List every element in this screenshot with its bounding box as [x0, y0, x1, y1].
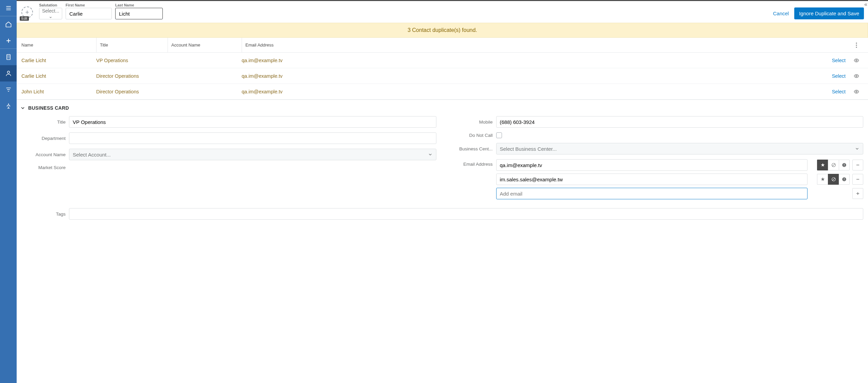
email-input-1[interactable]	[496, 159, 808, 171]
table-more-icon[interactable]	[856, 42, 857, 48]
svg-point-19	[856, 44, 857, 45]
market-score-label: Market Score	[21, 165, 66, 170]
last-name-label: Last Name	[115, 3, 163, 7]
column-name: Name	[21, 38, 96, 52]
opt-out-email-icon[interactable]	[828, 174, 839, 185]
svg-point-23	[856, 91, 857, 92]
preview-icon[interactable]	[854, 58, 859, 63]
business-center-label: Business Cent...	[449, 146, 493, 151]
business-card-section-header[interactable]: BUSINESS CARD	[17, 100, 868, 115]
chevron-down-icon	[20, 105, 25, 111]
opt-out-email-icon[interactable]	[828, 160, 839, 170]
edit-badge: Edit	[20, 16, 29, 21]
svg-rect-5	[7, 55, 10, 60]
dup-name[interactable]: Carlie Licht	[21, 73, 96, 79]
svg-line-31	[832, 178, 835, 181]
business-center-select[interactable]: Select Business Center...	[496, 143, 864, 154]
svg-point-21	[856, 60, 857, 61]
svg-point-22	[856, 75, 857, 77]
column-account: Account Name	[168, 38, 242, 52]
mobile-input[interactable]	[496, 116, 864, 128]
filter-nav[interactable]	[0, 81, 17, 98]
remove-email-icon[interactable]	[852, 174, 863, 185]
select-duplicate-link[interactable]: Select	[337, 89, 850, 94]
add-email-icon[interactable]	[852, 188, 863, 199]
title-input[interactable]	[69, 116, 436, 128]
create-button[interactable]	[0, 33, 17, 49]
dup-name[interactable]: John Licht	[21, 89, 96, 94]
avatar-edit[interactable]: Edit	[21, 6, 34, 19]
chevron-down-icon	[855, 146, 860, 151]
preview-icon[interactable]	[854, 73, 859, 79]
column-email: Email Address	[242, 38, 337, 52]
cancel-button[interactable]: Cancel	[773, 11, 789, 16]
account-name-label: Account Name	[21, 152, 66, 157]
chevron-down-icon: ⌄	[49, 14, 53, 19]
remove-email-icon[interactable]	[852, 160, 863, 170]
dup-email[interactable]: qa.im@example.tv	[242, 73, 337, 79]
duplicate-row: Carlie Licht VP Operations qa.im@example…	[17, 53, 868, 68]
duplicate-alert-banner: 3 Contact duplicate(s) found.	[17, 23, 868, 38]
menu-button[interactable]	[0, 0, 17, 16]
department-label: Department	[21, 136, 66, 141]
record-header: Edit Salutation Select... ⌄ First Name L…	[17, 0, 868, 23]
title-label: Title	[21, 120, 66, 125]
dup-title: Director Operations	[96, 73, 168, 79]
business-card-form: Title Department Account Name Select Acc…	[17, 115, 868, 226]
home-button[interactable]	[0, 16, 17, 33]
svg-rect-33	[844, 178, 844, 180]
tags-input[interactable]	[69, 208, 863, 220]
first-name-label: First Name	[66, 3, 112, 7]
svg-rect-28	[844, 166, 844, 166]
duplicates-table: Name Title Account Name Email Address Ca…	[17, 38, 868, 100]
dup-name[interactable]: Carlie Licht	[21, 58, 96, 63]
column-title: Title	[96, 38, 168, 52]
chevron-down-icon	[428, 152, 433, 157]
svg-point-12	[7, 71, 10, 73]
invalid-email-icon[interactable]	[839, 160, 850, 170]
duplicate-row: John Licht Director Operations qa.im@exa…	[17, 84, 868, 99]
svg-line-25	[832, 164, 835, 166]
contacts-nav[interactable]	[0, 65, 17, 81]
select-duplicate-link[interactable]: Select	[337, 58, 850, 63]
duplicate-row: Carlie Licht Director Operations qa.im@e…	[17, 68, 868, 84]
preview-icon[interactable]	[854, 89, 859, 94]
primary-email-icon[interactable]	[817, 174, 828, 185]
svg-point-18	[856, 42, 857, 43]
mobile-label: Mobile	[449, 120, 493, 125]
tags-label: Tags	[21, 212, 66, 217]
last-name-input[interactable]	[115, 8, 163, 19]
account-name-select[interactable]: Select Account...	[69, 149, 436, 160]
first-name-input[interactable]	[66, 8, 112, 19]
dup-title: Director Operations	[96, 89, 168, 94]
dup-title: VP Operations	[96, 58, 168, 63]
ignore-duplicate-save-button[interactable]: Ignore Duplicate and Save	[794, 7, 864, 19]
select-duplicate-link[interactable]: Select	[337, 73, 850, 79]
svg-point-20	[856, 47, 857, 48]
primary-email-icon[interactable]	[817, 160, 828, 170]
sidebar	[0, 0, 17, 383]
email-address-label: Email Address	[449, 159, 493, 167]
accounts-nav[interactable]	[0, 49, 17, 65]
salutation-label: Salutation	[39, 3, 62, 7]
add-email-input[interactable]	[496, 188, 808, 199]
svg-rect-34	[844, 180, 844, 180]
do-not-call-checkbox[interactable]	[496, 132, 502, 138]
do-not-call-label: Do Not Call	[449, 133, 493, 138]
email-input-2[interactable]	[496, 174, 808, 185]
leads-nav[interactable]	[0, 98, 17, 114]
salutation-select[interactable]: Select... ⌄	[39, 8, 62, 19]
section-title: BUSINESS CARD	[28, 105, 69, 111]
collapse-panel-icon[interactable]: «	[864, 1, 867, 7]
dup-email[interactable]: qa.im@example.tv	[242, 89, 337, 94]
invalid-email-icon[interactable]	[839, 174, 850, 185]
dup-email[interactable]: qa.im@example.tv	[242, 58, 337, 63]
department-input[interactable]	[69, 132, 436, 144]
svg-rect-27	[844, 164, 844, 166]
